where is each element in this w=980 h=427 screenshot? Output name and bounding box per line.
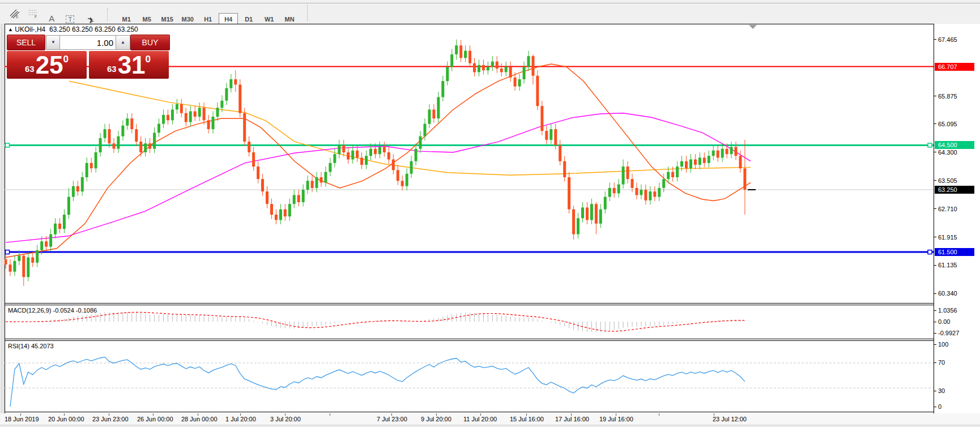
bid-line-badge: 63.250 xyxy=(935,186,974,194)
price-tick-label-tick xyxy=(934,152,936,152)
time-axis: 18 Jun 201920 Jun 00:0023 Jun 23:0026 Ju… xyxy=(0,413,980,425)
chart-shift-marker[interactable] xyxy=(749,25,757,29)
rsi-axis-label: 100 xyxy=(938,341,948,348)
time-label: 18 Jun 2019 xyxy=(5,416,39,422)
svg-text:E: E xyxy=(16,15,19,19)
price-tick-label: 63.505 xyxy=(938,177,957,184)
rsi-label: RSI(14) 45.2073 xyxy=(8,343,54,349)
resistance-line-badge: 66.707 xyxy=(935,63,974,71)
toolbar-divider xyxy=(307,5,308,22)
macd-axis-label-tick xyxy=(934,310,936,311)
price-tick-label-tick xyxy=(934,293,936,294)
time-tick xyxy=(659,413,659,416)
volume-input[interactable] xyxy=(59,35,117,50)
bid-dash-marker xyxy=(748,189,756,190)
time-label: 7 Jul 23:00 xyxy=(377,416,407,422)
price-tick-label-tick xyxy=(934,180,936,181)
toolbar-separator xyxy=(107,8,110,22)
fibonacci-grid-icon[interactable]: F xyxy=(25,6,41,22)
rsi-axis-label-tick xyxy=(934,391,936,391)
sell-price-sup: 0 xyxy=(63,54,69,65)
price-tick-label: 67.465 xyxy=(938,36,957,43)
price-tick-label: 62.710 xyxy=(938,206,957,212)
price-tick-label-tick xyxy=(934,237,936,237)
support-line-green-badge: 64.500 xyxy=(935,141,974,149)
symbol-name: UKOil-,H4 xyxy=(15,25,45,33)
time-label: 11 Jul 20:00 xyxy=(463,416,497,422)
ohlc-quotes: 63.250 63.250 63.250 63.250 xyxy=(49,25,138,33)
buy-price-prefix: 63 xyxy=(107,64,117,74)
time-label: 23 Jun 23:00 xyxy=(92,416,129,422)
rsi-line xyxy=(10,357,745,407)
support-line-blue-badge: 61.500 xyxy=(935,248,974,256)
time-label: 15 Jul 16:00 xyxy=(510,416,544,422)
chart-canvas[interactable] xyxy=(5,24,934,414)
macd-axis-label-tick xyxy=(934,333,936,334)
time-label: 19 Jul 16:00 xyxy=(599,416,633,422)
rsi-axis-label-tick xyxy=(934,344,936,345)
macd-axis-label: -0.9927 xyxy=(938,330,959,336)
time-label: 9 Jul 20:00 xyxy=(421,416,451,422)
window-bottom-strip xyxy=(0,425,980,427)
rsi-axis-label-tick xyxy=(934,407,936,407)
ma-slow_orange xyxy=(69,81,751,175)
rsi-axis-label: 30 xyxy=(938,387,945,394)
ma-medium_magenta xyxy=(6,113,751,242)
price-tick-label: 61.915 xyxy=(938,234,957,241)
time-label: 17 Jul 16:00 xyxy=(555,416,589,422)
sell-button[interactable]: SELL xyxy=(7,35,45,50)
svg-text:F: F xyxy=(35,15,37,19)
price-tick-label: 61.135 xyxy=(938,262,957,268)
price-tick-label-tick xyxy=(934,96,936,96)
price-tick-label: 65.095 xyxy=(938,121,957,127)
time-label: 23 Jul 12:00 xyxy=(713,416,747,422)
macd-axis-label-tick xyxy=(934,322,936,322)
price-axis xyxy=(934,24,980,413)
price-tick-label: 60.340 xyxy=(938,290,957,297)
macd-signal-line xyxy=(6,312,745,331)
chart-title: ▲ UKOil-,H4 63.250 63.250 63.250 63.250 xyxy=(8,25,138,33)
sell-price-prefix: 63 xyxy=(25,64,35,74)
time-label: 3 Jul 20:00 xyxy=(270,416,301,422)
price-tick-label-tick xyxy=(934,39,936,40)
buy-price-tile[interactable]: 63 31 0 xyxy=(89,51,169,79)
volume-increase-button[interactable]: ▲ xyxy=(116,35,130,50)
macd-label: MACD(12,26,9) -0.0524 -0.1086 xyxy=(8,307,97,314)
symbol-arrow-icon: ▲ xyxy=(8,27,13,32)
timeframe-buttons: M1M5M15M30H1H4D1W1MN xyxy=(116,14,300,23)
toolbar: E F A T ▼ M1M5M15M30H1H4D1W1MN xyxy=(0,3,980,23)
price-tick-label-tick xyxy=(934,123,936,124)
price-tick-label-tick xyxy=(934,208,936,209)
sell-price-tile[interactable]: 63 25 0 xyxy=(7,51,87,79)
rsi-axis-label: 70 xyxy=(938,359,945,366)
buy-price-big: 31 xyxy=(118,53,146,78)
buy-price-sup: 0 xyxy=(146,54,151,65)
time-label: 20 Jun 00:00 xyxy=(48,416,84,422)
price-tick-label: 64.300 xyxy=(938,149,957,156)
price-tick-label-tick xyxy=(934,265,936,266)
volume-decrease-button[interactable]: ▼ xyxy=(46,35,61,50)
ma-fast_red xyxy=(6,64,751,258)
macd-axis-label: 0.00 xyxy=(938,318,950,325)
macd-axis-label: 1.0356 xyxy=(938,307,957,314)
buy-button[interactable]: BUY xyxy=(130,35,170,50)
time-tick xyxy=(330,413,330,416)
time-label: 28 Jun 00:00 xyxy=(181,416,218,422)
draw-channel-icon[interactable]: E xyxy=(7,6,23,22)
time-label: 26 Jun 00:00 xyxy=(137,416,173,422)
rsi-axis-label-tick xyxy=(934,362,936,363)
price-tick-label: 65.875 xyxy=(938,93,957,100)
time-label: 1 Jul 20:00 xyxy=(225,416,256,422)
sell-price-big: 25 xyxy=(36,53,63,78)
rsi-axis-label: 0 xyxy=(938,403,941,410)
